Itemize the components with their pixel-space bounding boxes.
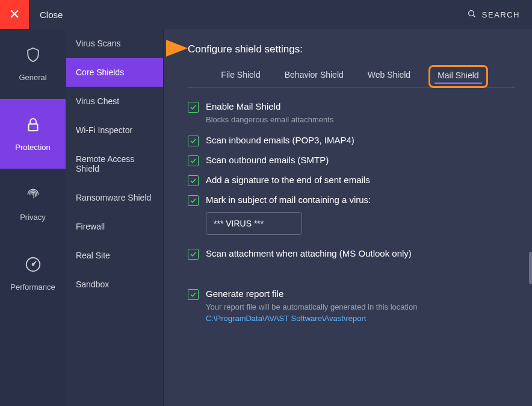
main-area: General Protection Privacy Performance V…	[0, 29, 532, 406]
callout-arrow-icon	[166, 40, 188, 59]
option-add-signature: Add a signature to the end of sent email…	[188, 175, 515, 186]
option-scan-outbound: Scan outbound emails (SMTP)	[188, 155, 515, 166]
checkbox-attachment[interactable]	[188, 249, 199, 260]
option-label: Scan attachment when attaching (MS Outlo…	[206, 248, 412, 258]
search-icon	[467, 9, 477, 20]
close-label: Close	[40, 10, 63, 20]
svg-marker-6	[166, 40, 188, 57]
option-label: Scan outbound emails (SMTP)	[206, 155, 329, 165]
checkbox-signature[interactable]	[188, 175, 199, 186]
sidebar-item-real-site[interactable]: Real Site	[66, 241, 163, 270]
sidebar-primary: General Protection Privacy Performance	[0, 29, 66, 406]
sidebar-item-remote-access-shield[interactable]: Remote Access Shield	[66, 145, 163, 183]
option-label: Add a signature to the end of sent email…	[206, 175, 370, 185]
checkbox-subject[interactable]	[188, 195, 199, 206]
search-label: SEARCH	[482, 10, 520, 19]
sidebar-item-general[interactable]: General	[0, 29, 66, 99]
lock-icon	[24, 116, 42, 136]
sidebar-item-virus-scans[interactable]: Virus Scans	[66, 29, 163, 58]
sidebar-item-protection[interactable]: Protection	[0, 99, 66, 169]
header-left: ✕ Close	[0, 0, 63, 29]
tab-mail-shield[interactable]: Mail Shield	[428, 65, 487, 88]
sidebar-item-label: Protection	[15, 143, 51, 152]
sidebar-item-performance[interactable]: Performance	[0, 239, 66, 308]
tab-file-shield[interactable]: File Shield	[215, 65, 266, 87]
sidebar-item-ransomware-shield[interactable]: Ransomware Shield	[66, 183, 163, 212]
option-label: Generate report file	[206, 289, 515, 299]
sidebar-item-privacy[interactable]: Privacy	[0, 169, 66, 239]
shield-tabs: File Shield Behavior Shield Web Shield M…	[188, 65, 515, 88]
fingerprint-icon	[24, 186, 42, 205]
sidebar-item-firewall[interactable]: Firewall	[66, 212, 163, 241]
close-icon: ✕	[9, 7, 20, 22]
gauge-icon	[24, 255, 42, 275]
search-button[interactable]: SEARCH	[467, 9, 520, 20]
close-button[interactable]: ✕	[0, 0, 29, 29]
option-scan-inbound: Scan inbound emails (POP3, IMAP4)	[188, 135, 515, 146]
option-sub: Your report file will be automatically g…	[206, 302, 515, 311]
svg-point-0	[468, 10, 474, 16]
tab-behavior-shield[interactable]: Behavior Shield	[279, 65, 350, 87]
option-label: Enable Mail Shield	[206, 101, 515, 111]
sidebar-item-wifi-inspector[interactable]: Wi-Fi Inspector	[66, 116, 163, 145]
header: ✕ Close SEARCH	[0, 0, 532, 29]
sidebar-item-sandbox[interactable]: Sandbox	[66, 270, 163, 299]
checkbox-outbound[interactable]	[188, 155, 199, 166]
sidebar-item-label: General	[19, 73, 46, 82]
option-mark-subject: Mark in subject of mail containing a vir…	[188, 195, 515, 206]
svg-point-5	[32, 264, 34, 266]
tab-web-shield[interactable]: Web Shield	[362, 65, 416, 87]
scrollbar-thumb[interactable]	[529, 252, 532, 284]
shield-icon	[24, 46, 42, 66]
checkbox-enable[interactable]	[188, 102, 199, 113]
sidebar-item-label: Privacy	[20, 213, 46, 222]
option-label: Mark in subject of mail containing a vir…	[206, 195, 371, 205]
virus-subject-input[interactable]	[206, 212, 302, 235]
sidebar-secondary: Virus Scans Core Shields Virus Chest Wi-…	[66, 29, 164, 406]
option-scan-attachment: Scan attachment when attaching (MS Outlo…	[188, 248, 515, 260]
checkbox-inbound[interactable]	[188, 136, 199, 146]
option-enable-mail-shield: Enable Mail Shield Blocks dangerous emai…	[188, 101, 515, 124]
sidebar-item-label: Performance	[10, 283, 55, 292]
sidebar-item-core-shields[interactable]: Core Shields	[66, 58, 163, 87]
page-title: Configure shield settings:	[188, 43, 515, 55]
svg-line-1	[473, 15, 475, 17]
svg-rect-2	[28, 124, 37, 131]
content-panel: Configure shield settings: File Shield B…	[164, 29, 532, 406]
checkbox-report[interactable]	[188, 289, 199, 300]
report-path-link[interactable]: C:\ProgramData\AVAST Software\Avast\repo…	[206, 314, 515, 323]
sidebar-item-virus-chest[interactable]: Virus Chest	[66, 87, 163, 116]
option-sub: Blocks dangerous email attachments	[206, 115, 515, 124]
option-label: Scan inbound emails (POP3, IMAP4)	[206, 135, 354, 145]
option-generate-report: Generate report file Your report file wi…	[188, 289, 515, 323]
